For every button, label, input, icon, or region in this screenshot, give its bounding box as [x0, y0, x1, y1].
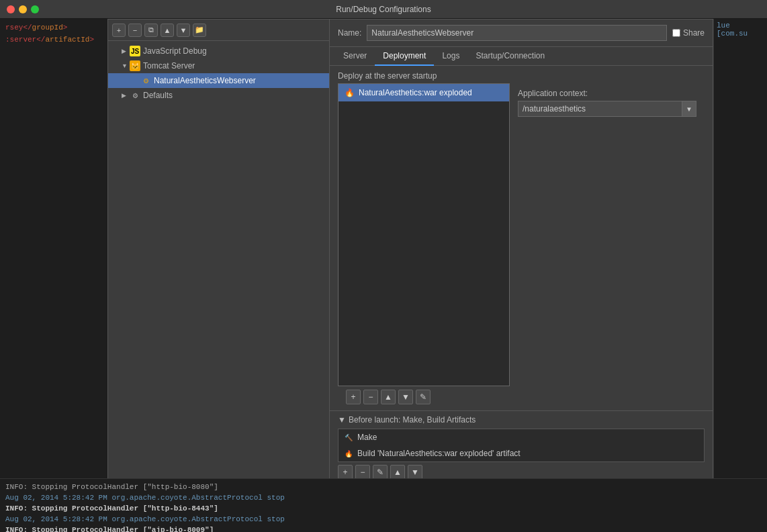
- close-button[interactable]: [7, 5, 15, 13]
- before-launch-item-label: Make: [357, 433, 377, 442]
- sidebar-item-js-debug[interactable]: ▶ JS JavaScript Debug: [108, 44, 329, 58]
- deploy-edit-button[interactable]: ✎: [416, 390, 431, 404]
- deploy-list: 🔥 NaturalAesthetics:war exploded: [338, 83, 510, 386]
- before-launch-header[interactable]: ▼ Before launch: Make, Build Artifacts: [330, 411, 713, 429]
- sort-down-config-button[interactable]: ▼: [177, 24, 190, 37]
- arrow-icon: ▼: [122, 62, 130, 69]
- sidebar-item-natural-aesthetics[interactable]: ⚙ NaturalAestheticsWebserver: [108, 73, 329, 88]
- before-launch-arrow: ▼: [338, 415, 346, 425]
- before-launch-list: 🔨 Make 🔥 Build 'NaturalAesthetics:war ex…: [338, 429, 705, 462]
- before-launch-title: Before launch: Make, Build Artifacts: [349, 415, 476, 425]
- arrow-icon: [132, 77, 140, 84]
- arrow-icon: ▶: [122, 92, 130, 99]
- tab-logs[interactable]: Logs: [434, 47, 467, 66]
- title-bar: Run/Debug Configurations: [0, 0, 767, 19]
- deploy-section-label: Deploy at the server startup: [330, 66, 713, 83]
- window-title: Run/Debug Configurations: [336, 5, 431, 14]
- sidebar-item-label: JavaScript Debug: [143, 46, 207, 56]
- sort-config-button[interactable]: ▲: [161, 24, 174, 37]
- tomcat-icon: 🐱: [130, 60, 140, 71]
- app-context-input[interactable]: [518, 101, 682, 117]
- app-context-dropdown-button[interactable]: ▼: [682, 101, 696, 117]
- sidebar-item-defaults[interactable]: ▶ ⚙ Defaults: [108, 88, 329, 103]
- traffic-lights: [7, 5, 39, 13]
- terminal-panel: INFO: Stopping ProtocolHandler ["http-bi…: [0, 478, 767, 532]
- before-launch-item-label: Build 'NaturalAesthetics:war exploded' a…: [357, 449, 521, 458]
- folder-config-button[interactable]: 📁: [193, 24, 206, 37]
- deploy-toolbar: + − ▲ ▼ ✎: [338, 386, 510, 408]
- bl-edit-button[interactable]: ✎: [373, 465, 388, 480]
- make-icon: 🔨: [344, 433, 353, 442]
- deploy-item-natural-war[interactable]: 🔥 NaturalAesthetics:war exploded: [339, 84, 509, 101]
- deploy-area: 🔥 NaturalAesthetics:war exploded + − ▲ ▼…: [338, 83, 705, 408]
- terminal-line-1: INFO: Stopping ProtocolHandler ["http-bi…: [5, 482, 762, 492]
- deploy-up-button[interactable]: ▲: [381, 390, 396, 404]
- terminal-line-4: Aug 02, 2014 5:28:42 PM org.apache.coyot…: [5, 514, 762, 525]
- run-debug-dialog: + − ⧉ ▲ ▼ 📁 ▶ JS JavaScript Debug: [107, 19, 713, 532]
- remove-config-button[interactable]: −: [128, 24, 142, 37]
- defaults-icon: ⚙: [130, 90, 140, 101]
- config-tree: ▶ JS JavaScript Debug ▼ 🐱 Tomcat Server …: [108, 41, 329, 105]
- artifact-build-icon: 🔥: [344, 449, 353, 458]
- artifact-icon: 🔥: [344, 87, 355, 98]
- terminal-line-3: INFO: Stopping ProtocolHandler ["http-bi…: [5, 503, 762, 514]
- config-icon: ⚙: [140, 75, 151, 86]
- content-panel: Name: Share Server Deployment: [330, 19, 713, 531]
- left-code-panel: rsey</groupId> :server</artifactId>: [0, 19, 107, 532]
- sidebar-toolbar: + − ⧉ ▲ ▼ 📁: [108, 19, 329, 41]
- tab-server[interactable]: Server: [335, 47, 375, 66]
- deploy-remove-button[interactable]: −: [363, 390, 378, 404]
- bl-up-button[interactable]: ▲: [390, 465, 405, 480]
- before-launch-item-make[interactable]: 🔨 Make: [339, 429, 704, 445]
- deployment-panel: Deploy at the server startup 🔥 NaturalAe…: [330, 66, 713, 500]
- name-row: Name: Share: [330, 19, 713, 47]
- arrow-icon: ▶: [122, 48, 130, 54]
- app-context-select: ▼: [518, 101, 696, 117]
- deploy-down-button[interactable]: ▼: [398, 390, 413, 404]
- name-label: Name:: [338, 28, 361, 38]
- sidebar-item-label: Defaults: [143, 91, 173, 100]
- sidebar-item-label: NaturalAestheticsWebserver: [154, 76, 256, 85]
- sidebar-item-label: Tomcat Server: [143, 61, 195, 71]
- share-label: Share: [683, 28, 705, 38]
- bl-down-button[interactable]: ▼: [408, 465, 422, 480]
- maximize-button[interactable]: [31, 5, 39, 13]
- copy-config-button[interactable]: ⧉: [144, 24, 158, 37]
- right-code-panel: lue [com.su: [713, 19, 767, 532]
- add-config-button[interactable]: +: [112, 24, 126, 37]
- bl-remove-button[interactable]: −: [355, 465, 370, 480]
- deploy-add-button[interactable]: +: [346, 390, 361, 404]
- before-launch-item-artifact[interactable]: 🔥 Build 'NaturalAesthetics:war exploded'…: [339, 445, 704, 461]
- before-launch-section: ▼ Before launch: Make, Build Artifacts 🔨…: [330, 410, 713, 482]
- terminal-line-5: INFO: Stopping ProtocolHandler ["ajp-bio…: [5, 525, 762, 532]
- minimize-button[interactable]: [19, 5, 27, 13]
- app-context-label: Application context:: [518, 89, 696, 98]
- name-input[interactable]: [367, 25, 667, 41]
- tabs-row: Server Deployment Logs Startup/Connectio…: [330, 47, 713, 66]
- deploy-item-label: NaturalAesthetics:war exploded: [359, 88, 472, 97]
- share-checkbox[interactable]: [672, 29, 680, 37]
- config-sidebar: + − ⧉ ▲ ▼ 📁 ▶ JS JavaScript Debug: [108, 19, 330, 531]
- sidebar-item-tomcat[interactable]: ▼ 🐱 Tomcat Server: [108, 58, 329, 73]
- app-context-panel: Application context: ▼: [510, 83, 705, 408]
- tab-deployment[interactable]: Deployment: [375, 47, 434, 66]
- bl-add-button[interactable]: +: [338, 465, 353, 480]
- terminal-line-2: Aug 02, 2014 5:28:42 PM org.apache.coyot…: [5, 492, 762, 503]
- share-row: Share: [672, 28, 705, 38]
- js-debug-icon: JS: [130, 46, 140, 56]
- tab-startup[interactable]: Startup/Connection: [467, 47, 553, 66]
